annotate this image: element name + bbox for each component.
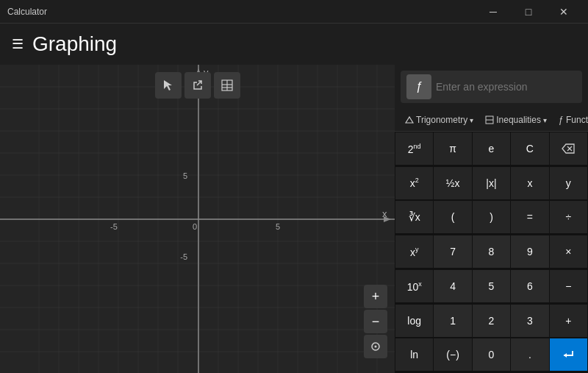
key-clear[interactable]: C: [511, 132, 548, 165]
share-tool-button[interactable]: [184, 72, 211, 99]
svg-text:5: 5: [276, 222, 280, 231]
graph-area: y x -5 0 5 5 -5: [0, 65, 395, 373]
zoom-out-button[interactable]: −: [364, 310, 387, 333]
key-1[interactable]: 1: [434, 305, 471, 337]
inequalities-button[interactable]: Inequalities ▾: [481, 112, 551, 128]
key-multiply[interactable]: ×: [550, 235, 587, 268]
key-cbrt-x[interactable]: ∛x: [395, 201, 433, 233]
key-3[interactable]: 3: [511, 305, 548, 337]
title-bar: Calculator ─ □ ✕: [0, 0, 588, 24]
key-x-power-y[interactable]: xy: [395, 235, 433, 268]
key-e[interactable]: e: [473, 132, 510, 165]
zoom-fit-button[interactable]: [364, 335, 387, 358]
zoom-fit-icon: [369, 340, 382, 353]
minimize-button[interactable]: ─: [476, 0, 510, 24]
main-content: y x -5 0 5 5 -5: [0, 65, 588, 373]
category-toolbar: Trigonometry ▾ Inequalities ▾ ƒ Function: [395, 109, 588, 132]
svg-marker-43: [164, 80, 172, 90]
key-negate[interactable]: (−): [434, 338, 471, 371]
select-tool-button[interactable]: [155, 72, 182, 99]
function-button[interactable]: ƒ: [406, 74, 431, 99]
graph-toolbar: [155, 72, 240, 99]
key-0[interactable]: 0: [473, 338, 510, 371]
key-x[interactable]: x: [511, 167, 548, 199]
key-7[interactable]: 7: [434, 235, 471, 268]
hamburger-icon[interactable]: ☰: [12, 36, 24, 52]
key-pi[interactable]: π: [434, 132, 471, 165]
key-6[interactable]: 6: [511, 270, 548, 302]
right-panel: ƒ Trigonometry ▾ Inequalities ▾ ƒ: [395, 65, 588, 373]
cursor-icon: [162, 79, 175, 92]
key-8[interactable]: 8: [473, 235, 510, 268]
key-5[interactable]: 5: [473, 270, 510, 302]
key-divide[interactable]: ÷: [550, 201, 587, 233]
zoom-in-button[interactable]: +: [364, 285, 387, 308]
svg-text:x: x: [382, 208, 387, 219]
key-y[interactable]: y: [550, 167, 587, 199]
key-backspace[interactable]: [550, 132, 587, 165]
table-icon: [220, 79, 234, 92]
table-tool-button[interactable]: [214, 72, 240, 99]
enter-icon: [561, 349, 576, 360]
trig-icon: [405, 116, 414, 124]
svg-text:-5: -5: [180, 252, 187, 261]
key-enter[interactable]: [550, 338, 587, 371]
close-button[interactable]: ✕: [547, 0, 581, 24]
trigonometry-button[interactable]: Trigonometry ▾: [401, 112, 478, 128]
svg-marker-54: [564, 353, 567, 358]
maximize-button[interactable]: □: [512, 0, 545, 24]
trig-chevron-icon: ▾: [470, 116, 473, 124]
key-2nd[interactable]: 2nd: [395, 132, 433, 165]
key-subtract[interactable]: −: [550, 270, 587, 302]
key-equals[interactable]: =: [511, 201, 548, 233]
backspace-icon: [561, 143, 576, 154]
inequalities-icon: [485, 116, 494, 124]
inequalities-chevron-icon: ▾: [543, 116, 547, 124]
svg-text:0: 0: [193, 222, 197, 231]
key-open-paren[interactable]: (: [434, 201, 471, 233]
key-2[interactable]: 2: [473, 305, 510, 337]
graph-svg: y x -5 0 5 5 -5: [0, 65, 395, 373]
key-log[interactable]: log: [395, 305, 433, 337]
key-10-power-x[interactable]: 10x: [395, 270, 433, 302]
key-ln[interactable]: ln: [395, 338, 433, 371]
keypad: 2nd π e C x2 ½x |x| x y ∛x ( ) = ÷: [395, 132, 588, 373]
share-icon: [191, 79, 204, 92]
expression-input-row: ƒ: [401, 71, 582, 103]
key-x-squared[interactable]: x2: [395, 167, 433, 199]
app-header: ☰ Graphing: [0, 24, 588, 65]
expression-input[interactable]: [436, 81, 576, 93]
svg-text:-5: -5: [110, 222, 118, 231]
svg-text:5: 5: [183, 171, 187, 180]
graph-zoom-controls: + −: [364, 285, 387, 358]
window-controls: ─ □ ✕: [476, 0, 581, 24]
page-title: Graphing: [32, 32, 117, 56]
key-decimal[interactable]: .: [511, 338, 548, 371]
function-category-button[interactable]: ƒ Function: [554, 112, 588, 128]
key-9[interactable]: 9: [511, 235, 548, 268]
svg-point-49: [375, 346, 377, 348]
app-title-bar: Calculator: [7, 7, 47, 17]
key-abs-x[interactable]: |x|: [473, 167, 510, 199]
key-close-paren[interactable]: ): [473, 201, 510, 233]
key-half-x[interactable]: ½x: [434, 167, 471, 199]
key-add[interactable]: +: [550, 305, 587, 337]
key-4[interactable]: 4: [434, 270, 471, 302]
